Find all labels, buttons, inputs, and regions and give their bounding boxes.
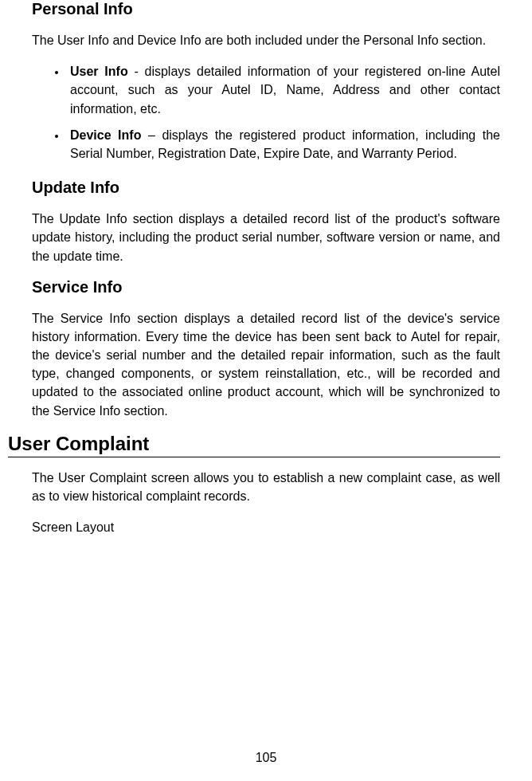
list-item: User Info - displays detailed informatio… <box>67 62 500 118</box>
page-number: 105 <box>0 751 532 765</box>
update-info-body: The Update Info section displays a detai… <box>32 210 500 265</box>
screen-layout-label: Screen Layout <box>32 518 500 536</box>
item-label: Device Info <box>70 128 141 142</box>
personal-info-intro: The User Info and Device Info are both i… <box>32 31 500 49</box>
user-complaint-body: The User Complaint screen allows you to … <box>32 469 500 505</box>
list-item: Device Info – displays the registered pr… <box>67 126 500 163</box>
personal-info-heading: Personal Info <box>32 0 500 18</box>
item-sep: – <box>141 128 162 142</box>
item-sep: - <box>128 65 145 78</box>
service-info-heading: Service Info <box>32 278 500 296</box>
service-info-body: The Service Info section displays a deta… <box>32 309 500 420</box>
personal-info-list: User Info - displays detailed informatio… <box>32 62 500 163</box>
user-complaint-heading: User Complaint <box>8 433 500 457</box>
item-label: User Info <box>70 65 128 78</box>
update-info-heading: Update Info <box>32 179 500 197</box>
